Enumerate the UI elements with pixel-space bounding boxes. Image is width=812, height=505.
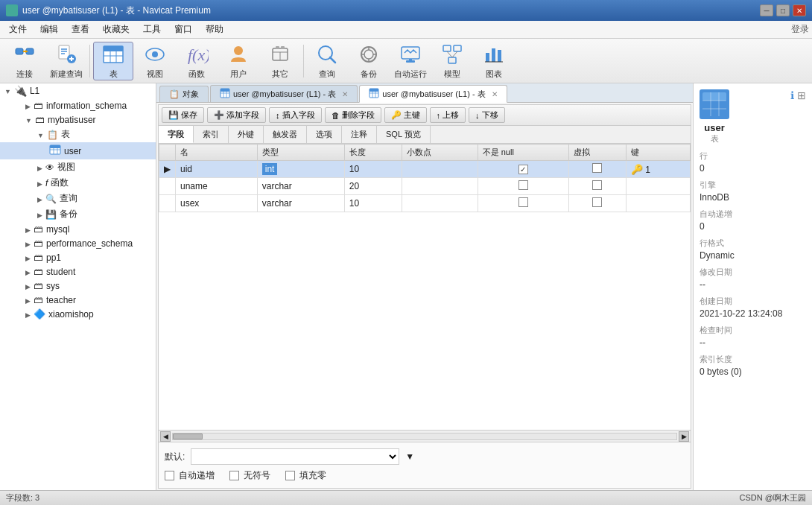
editor-tab-foreignkeys[interactable]: 外键 (229, 126, 264, 143)
editor-tab-indexes[interactable]: 索引 (194, 126, 229, 143)
sidebar-db-xiaomishop[interactable]: 🔷 xiaomishop (0, 307, 156, 321)
virtual-checkbox-usex[interactable] (592, 197, 602, 207)
col-notnull[interactable]: 不是 null (478, 144, 568, 161)
table-row[interactable]: usex varchar 10 (159, 195, 691, 212)
field-decimal-usex[interactable] (402, 195, 478, 212)
notnull-checkbox-uid[interactable] (518, 165, 528, 174)
horizontal-scrollbar[interactable]: ◀ ▶ (159, 430, 691, 442)
field-length-uname[interactable]: 20 (344, 178, 402, 195)
info-icon[interactable]: ℹ (790, 89, 794, 101)
close-button[interactable]: ✕ (793, 4, 806, 16)
toolbar-query[interactable]: 查询 (307, 42, 347, 80)
auto-increment-checkbox[interactable] (165, 471, 174, 480)
field-name-uid[interactable]: uid (176, 161, 258, 178)
field-notnull-uname[interactable] (478, 178, 568, 195)
sidebar-table-user[interactable]: user (0, 142, 156, 159)
editor-tab-comment[interactable]: 注释 (342, 126, 377, 143)
notnull-checkbox-usex[interactable] (518, 197, 528, 207)
menu-edit[interactable]: 编辑 (34, 22, 64, 37)
field-decimal-uid[interactable] (402, 161, 478, 178)
toolbar-table[interactable]: 表 (93, 42, 133, 80)
col-type[interactable]: 类型 (257, 144, 344, 161)
sidebar-db-mysql[interactable]: 🗃 mysql (0, 222, 156, 236)
sidebar-db-information-schema[interactable]: 🗃 information_schema (0, 98, 156, 112)
editor-tab-sql[interactable]: SQL 预览 (377, 126, 431, 143)
field-decimal-uname[interactable] (402, 178, 478, 195)
sidebar-group-view[interactable]: 👁 视图 (0, 159, 156, 175)
menu-help[interactable]: 帮助 (200, 22, 229, 37)
tab-user1-close[interactable]: ✕ (342, 90, 348, 98)
toolbar-other[interactable]: 其它 (260, 42, 300, 80)
table-row[interactable]: ▶ uid int 10 (159, 161, 691, 178)
sidebar-db-teacher[interactable]: 🗃 teacher (0, 293, 156, 307)
scroll-right-btn[interactable]: ▶ (679, 431, 689, 442)
save-button[interactable]: 💾 保存 (162, 107, 204, 123)
menu-window[interactable]: 窗口 (168, 22, 198, 37)
field-name-usex[interactable]: usex (176, 195, 258, 212)
sidebar-db-mybatisuser[interactable]: 🗃 mybatisuser (0, 112, 156, 127)
field-virtual-usex[interactable] (568, 195, 626, 212)
field-length-usex[interactable]: 10 (344, 195, 402, 212)
virtual-checkbox-uname[interactable] (592, 180, 602, 190)
minimize-button[interactable]: ─ (760, 4, 773, 16)
tab-user2-close[interactable]: ✕ (492, 90, 498, 98)
sidebar-db-pp1[interactable]: 🗃 pp1 (0, 250, 156, 264)
field-notnull-uid[interactable] (478, 161, 568, 178)
window-controls[interactable]: ─ □ ✕ (760, 4, 806, 16)
sidebar-group-backup[interactable]: 💾 备份 (0, 206, 156, 222)
field-virtual-uname[interactable] (568, 178, 626, 195)
toolbar-backup[interactable]: 备份 (349, 42, 389, 80)
field-type-uname[interactable]: varchar (257, 178, 344, 195)
sidebar-group-query[interactable]: 🔍 查询 (0, 191, 156, 206)
tab-user-1[interactable]: user @mybatisuser (L1) - 表 ✕ (210, 85, 358, 102)
move-up-button[interactable]: ↑ 上移 (430, 107, 466, 123)
field-type-usex[interactable]: varchar (257, 195, 344, 212)
toolbar-chart[interactable]: 图表 (474, 42, 514, 80)
menu-favorites[interactable]: 收藏夹 (97, 22, 136, 37)
toolbar-function[interactable]: f(x) 函数 (177, 42, 217, 80)
table-row[interactable]: uname varchar 20 (159, 178, 691, 195)
unsigned-checkbox[interactable] (229, 471, 239, 480)
field-virtual-uid[interactable] (568, 161, 626, 178)
fill-zero-checkbox[interactable] (285, 471, 295, 480)
move-down-button[interactable]: ↓ 下移 (469, 107, 505, 123)
col-length[interactable]: 长度 (344, 144, 402, 161)
toolbar-new-query[interactable]: 新建查询 (46, 42, 86, 80)
default-select[interactable] (191, 448, 399, 465)
toolbar-autorun[interactable]: 自动运行 (390, 42, 431, 80)
tab-objects[interactable]: 📋 对象 (159, 86, 209, 102)
menu-file[interactable]: 文件 (3, 22, 33, 37)
toolbar-connect[interactable]: 连接 (4, 42, 45, 80)
sidebar-db-performance-schema[interactable]: 🗃 performance_schema (0, 236, 156, 250)
editor-tab-options[interactable]: 选项 (307, 126, 342, 143)
sidebar-connection-l1[interactable]: 🔌 L1 (0, 83, 156, 98)
toolbar-model[interactable]: 模型 (432, 42, 472, 80)
menu-tools[interactable]: 工具 (137, 22, 167, 37)
toolbar-user[interactable]: 用户 (218, 42, 258, 80)
scroll-track[interactable] (172, 433, 677, 440)
sidebar-group-function[interactable]: f 函数 (0, 175, 156, 191)
sidebar-group-table[interactable]: 📋 表 (0, 127, 156, 142)
field-length-uid[interactable]: 10 (344, 161, 402, 178)
tab-user-2[interactable]: user @mybatisuser (L1) - 表 ✕ (359, 85, 507, 103)
primary-key-button[interactable]: 🔑 主键 (384, 107, 427, 123)
sidebar-db-sys[interactable]: 🗃 sys (0, 279, 156, 293)
notnull-checkbox-uname[interactable] (518, 180, 528, 190)
grid-icon[interactable]: ⊞ (797, 89, 806, 101)
scroll-left-btn[interactable]: ◀ (160, 431, 171, 442)
editor-tab-fields[interactable]: 字段 (159, 126, 194, 143)
toolbar-view[interactable]: 视图 (135, 42, 175, 80)
field-name-uname[interactable]: uname (176, 178, 258, 195)
field-type-uid[interactable]: int (257, 161, 344, 178)
editor-tab-triggers[interactable]: 触发器 (264, 126, 307, 143)
field-notnull-usex[interactable] (478, 195, 568, 212)
col-virtual[interactable]: 虚拟 (568, 144, 626, 161)
col-name[interactable]: 名 (176, 144, 258, 161)
virtual-checkbox-uid[interactable] (592, 163, 602, 173)
add-field-button[interactable]: ➕ 添加字段 (207, 107, 266, 123)
maximize-button[interactable]: □ (776, 4, 790, 16)
col-decimal[interactable]: 小数点 (402, 144, 478, 161)
col-key[interactable]: 键 (626, 144, 690, 161)
sidebar-db-student[interactable]: 🗃 student (0, 264, 156, 279)
insert-field-button[interactable]: ↕ 插入字段 (269, 107, 322, 123)
